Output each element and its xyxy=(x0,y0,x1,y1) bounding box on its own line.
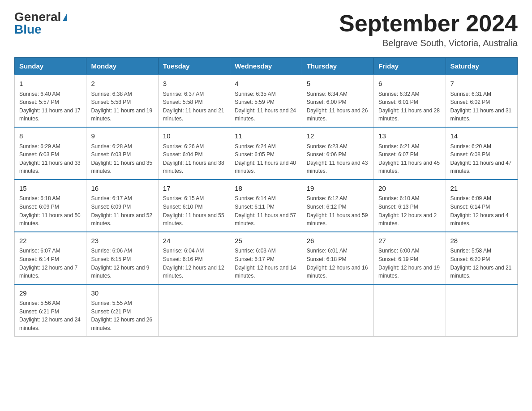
calendar-cell xyxy=(230,284,302,336)
day-info: Sunrise: 6:31 AMSunset: 6:02 PMDaylight:… xyxy=(450,90,513,123)
day-number: 16 xyxy=(91,184,153,194)
day-info: Sunrise: 5:56 AMSunset: 6:21 PMDaylight:… xyxy=(19,299,82,332)
calendar-table: SundayMondayTuesdayWednesdayThursdayFrid… xyxy=(14,57,518,336)
day-number: 28 xyxy=(450,236,513,246)
day-number: 17 xyxy=(163,184,225,194)
calendar-cell: 11Sunrise: 6:24 AMSunset: 6:05 PMDayligh… xyxy=(230,127,302,180)
day-number: 29 xyxy=(19,288,82,299)
day-info: Sunrise: 6:28 AMSunset: 6:03 PMDaylight:… xyxy=(91,142,153,176)
calendar-cell: 21Sunrise: 6:09 AMSunset: 6:14 PMDayligh… xyxy=(446,180,517,232)
calendar-cell: 1Sunrise: 6:40 AMSunset: 5:57 PMDaylight… xyxy=(15,75,86,127)
day-info: Sunrise: 6:00 AMSunset: 6:19 PMDaylight:… xyxy=(378,247,441,280)
calendar-cell: 16Sunrise: 6:17 AMSunset: 6:09 PMDayligh… xyxy=(86,180,158,232)
calendar-cell: 23Sunrise: 6:06 AMSunset: 6:15 PMDayligh… xyxy=(86,232,158,284)
day-number: 13 xyxy=(378,131,441,141)
day-number: 10 xyxy=(163,131,225,141)
day-number: 4 xyxy=(235,79,297,89)
title-section: September 2024 Belgrave South, Victoria,… xyxy=(339,11,518,48)
day-info: Sunrise: 6:38 AMSunset: 5:58 PMDaylight:… xyxy=(91,90,153,123)
weekday-header-friday: Friday xyxy=(374,58,446,75)
day-number: 26 xyxy=(307,236,369,246)
day-info: Sunrise: 6:04 AMSunset: 6:16 PMDaylight:… xyxy=(163,247,225,280)
day-number: 24 xyxy=(163,236,225,246)
day-number: 3 xyxy=(163,79,225,89)
calendar-cell: 12Sunrise: 6:23 AMSunset: 6:06 PMDayligh… xyxy=(302,127,373,180)
weekday-header-row: SundayMondayTuesdayWednesdayThursdayFrid… xyxy=(15,58,518,75)
week-row-2: 8Sunrise: 6:29 AMSunset: 6:03 PMDaylight… xyxy=(15,127,518,180)
day-info: Sunrise: 6:07 AMSunset: 6:14 PMDaylight:… xyxy=(19,247,82,280)
day-info: Sunrise: 6:37 AMSunset: 5:58 PMDaylight:… xyxy=(163,90,225,123)
day-number: 1 xyxy=(19,79,82,89)
calendar-cell: 22Sunrise: 6:07 AMSunset: 6:14 PMDayligh… xyxy=(15,232,86,284)
calendar-cell: 15Sunrise: 6:18 AMSunset: 6:09 PMDayligh… xyxy=(15,180,86,232)
calendar-cell xyxy=(374,284,446,336)
day-number: 21 xyxy=(450,184,513,194)
day-number: 2 xyxy=(91,79,153,89)
weekday-header-saturday: Saturday xyxy=(446,58,517,75)
calendar-cell: 30Sunrise: 5:55 AMSunset: 6:21 PMDayligh… xyxy=(86,284,158,336)
calendar-cell: 28Sunrise: 5:58 AMSunset: 6:20 PMDayligh… xyxy=(446,232,517,284)
day-info: Sunrise: 6:23 AMSunset: 6:06 PMDaylight:… xyxy=(307,142,369,176)
calendar-cell: 4Sunrise: 6:35 AMSunset: 5:59 PMDaylight… xyxy=(230,75,302,127)
week-row-3: 15Sunrise: 6:18 AMSunset: 6:09 PMDayligh… xyxy=(15,180,518,232)
day-info: Sunrise: 6:24 AMSunset: 6:05 PMDaylight:… xyxy=(235,142,297,176)
logo-blue-text: Blue xyxy=(14,23,67,36)
weekday-header-wednesday: Wednesday xyxy=(230,58,302,75)
calendar-cell: 3Sunrise: 6:37 AMSunset: 5:58 PMDaylight… xyxy=(158,75,230,127)
calendar-cell: 18Sunrise: 6:14 AMSunset: 6:11 PMDayligh… xyxy=(230,180,302,232)
day-number: 11 xyxy=(235,131,297,141)
logo-triangle-icon xyxy=(63,13,67,21)
calendar-cell: 17Sunrise: 6:15 AMSunset: 6:10 PMDayligh… xyxy=(158,180,230,232)
day-info: Sunrise: 6:35 AMSunset: 5:59 PMDaylight:… xyxy=(235,90,297,123)
page-header: General Blue September 2024 Belgrave Sou… xyxy=(14,11,518,48)
week-row-1: 1Sunrise: 6:40 AMSunset: 5:57 PMDaylight… xyxy=(15,75,518,127)
day-number: 12 xyxy=(307,131,369,141)
weekday-header-monday: Monday xyxy=(86,58,158,75)
calendar-cell: 6Sunrise: 6:32 AMSunset: 6:01 PMDaylight… xyxy=(374,75,446,127)
calendar-cell: 9Sunrise: 6:28 AMSunset: 6:03 PMDaylight… xyxy=(86,127,158,180)
day-number: 8 xyxy=(19,131,82,141)
day-info: Sunrise: 5:55 AMSunset: 6:21 PMDaylight:… xyxy=(91,299,153,332)
day-number: 30 xyxy=(91,288,153,299)
calendar-cell xyxy=(158,284,230,336)
day-info: Sunrise: 6:32 AMSunset: 6:01 PMDaylight:… xyxy=(378,90,441,123)
day-info: Sunrise: 6:34 AMSunset: 6:00 PMDaylight:… xyxy=(307,90,369,123)
day-info: Sunrise: 6:10 AMSunset: 6:13 PMDaylight:… xyxy=(378,194,441,227)
day-info: Sunrise: 6:14 AMSunset: 6:11 PMDaylight:… xyxy=(235,194,297,227)
weekday-header-thursday: Thursday xyxy=(302,58,373,75)
day-info: Sunrise: 6:40 AMSunset: 5:57 PMDaylight:… xyxy=(19,90,82,123)
week-row-5: 29Sunrise: 5:56 AMSunset: 6:21 PMDayligh… xyxy=(15,284,518,336)
day-info: Sunrise: 6:26 AMSunset: 6:04 PMDaylight:… xyxy=(163,142,225,176)
calendar-cell: 5Sunrise: 6:34 AMSunset: 6:00 PMDaylight… xyxy=(302,75,373,127)
day-number: 7 xyxy=(450,79,513,89)
logo-general-text: General xyxy=(14,11,61,23)
day-number: 22 xyxy=(19,236,82,246)
calendar-cell: 14Sunrise: 6:20 AMSunset: 6:08 PMDayligh… xyxy=(446,127,517,180)
calendar-cell: 13Sunrise: 6:21 AMSunset: 6:07 PMDayligh… xyxy=(374,127,446,180)
day-info: Sunrise: 6:17 AMSunset: 6:09 PMDaylight:… xyxy=(91,194,153,227)
calendar-cell: 24Sunrise: 6:04 AMSunset: 6:16 PMDayligh… xyxy=(158,232,230,284)
day-info: Sunrise: 5:58 AMSunset: 6:20 PMDaylight:… xyxy=(450,247,513,280)
day-number: 23 xyxy=(91,236,153,246)
day-number: 18 xyxy=(235,184,297,194)
weekday-header-tuesday: Tuesday xyxy=(158,58,230,75)
day-number: 25 xyxy=(235,236,297,246)
calendar-cell: 25Sunrise: 6:03 AMSunset: 6:17 PMDayligh… xyxy=(230,232,302,284)
day-number: 27 xyxy=(378,236,441,246)
day-info: Sunrise: 6:20 AMSunset: 6:08 PMDaylight:… xyxy=(450,142,513,176)
weekday-header-sunday: Sunday xyxy=(15,58,86,75)
calendar-cell: 26Sunrise: 6:01 AMSunset: 6:18 PMDayligh… xyxy=(302,232,373,284)
calendar-cell: 29Sunrise: 5:56 AMSunset: 6:21 PMDayligh… xyxy=(15,284,86,336)
day-info: Sunrise: 6:29 AMSunset: 6:03 PMDaylight:… xyxy=(19,142,82,176)
calendar-cell: 2Sunrise: 6:38 AMSunset: 5:58 PMDaylight… xyxy=(86,75,158,127)
day-number: 14 xyxy=(450,131,513,141)
day-number: 5 xyxy=(307,79,369,89)
calendar-cell: 27Sunrise: 6:00 AMSunset: 6:19 PMDayligh… xyxy=(374,232,446,284)
day-info: Sunrise: 6:06 AMSunset: 6:15 PMDaylight:… xyxy=(91,247,153,280)
day-number: 6 xyxy=(378,79,441,89)
day-info: Sunrise: 6:01 AMSunset: 6:18 PMDaylight:… xyxy=(307,247,369,280)
calendar-cell xyxy=(302,284,373,336)
day-info: Sunrise: 6:21 AMSunset: 6:07 PMDaylight:… xyxy=(378,142,441,176)
day-info: Sunrise: 6:12 AMSunset: 6:12 PMDaylight:… xyxy=(307,194,369,227)
logo: General Blue xyxy=(14,11,67,36)
